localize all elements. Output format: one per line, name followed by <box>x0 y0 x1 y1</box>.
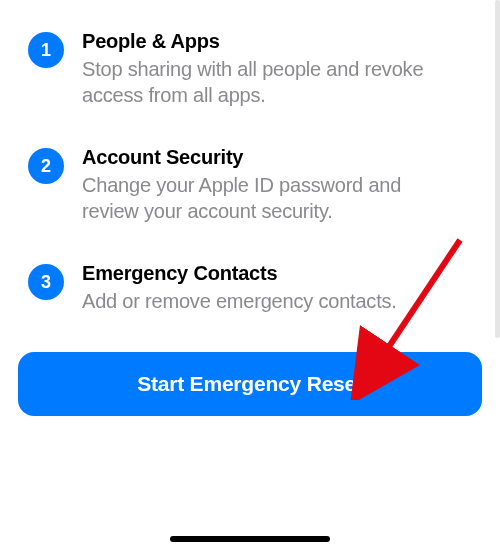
step-2-desc: Change your Apple ID password and review… <box>82 172 432 224</box>
home-indicator[interactable] <box>170 536 330 542</box>
step-1: 1 People & Apps Stop sharing with all pe… <box>28 30 472 108</box>
step-2-title: Account Security <box>82 146 432 169</box>
start-emergency-reset-button[interactable]: Start Emergency Reset <box>18 352 482 416</box>
step-1-desc: Stop sharing with all people and revoke … <box>82 56 432 108</box>
step-3-title: Emergency Contacts <box>82 262 432 285</box>
step-3: 3 Emergency Contacts Add or remove emerg… <box>28 262 472 314</box>
step-number-badge: 3 <box>28 264 64 300</box>
step-number-badge: 1 <box>28 32 64 68</box>
steps-list: 1 People & Apps Stop sharing with all pe… <box>0 0 500 314</box>
cta-wrapper: Start Emergency Reset <box>0 352 500 416</box>
step-1-content: People & Apps Stop sharing with all peop… <box>82 30 472 108</box>
step-number-badge: 2 <box>28 148 64 184</box>
step-3-desc: Add or remove emergency contacts. <box>82 288 432 314</box>
step-3-content: Emergency Contacts Add or remove emergen… <box>82 262 472 314</box>
step-2: 2 Account Security Change your Apple ID … <box>28 146 472 224</box>
scrollbar[interactable] <box>495 0 500 338</box>
step-1-title: People & Apps <box>82 30 432 53</box>
step-2-content: Account Security Change your Apple ID pa… <box>82 146 472 224</box>
